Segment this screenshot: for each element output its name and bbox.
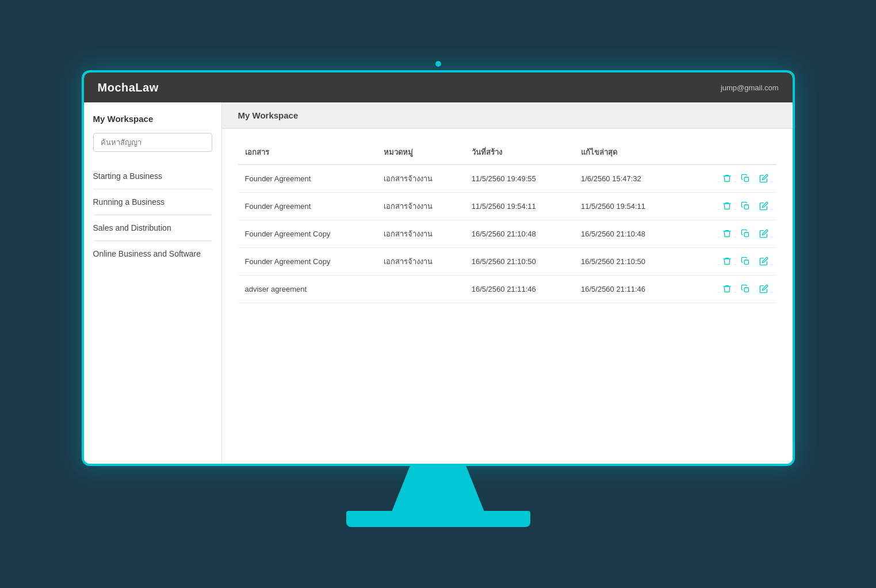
cell-actions-0 bbox=[683, 165, 776, 193]
edit-button-0[interactable] bbox=[758, 173, 770, 184]
sidebar: My Workspace Starting a Business Running… bbox=[84, 102, 222, 464]
table-row: Founder Agreement Copy เอกสารจ้างงาน 16/… bbox=[238, 220, 776, 248]
monitor-dot bbox=[435, 61, 441, 67]
sidebar-item-sales-and-distribution[interactable]: Sales and Distribution bbox=[93, 215, 212, 241]
cell-category-3: เอกสารจ้างงาน bbox=[377, 248, 464, 276]
col-modified: แก้ไขล่าสุด bbox=[574, 140, 683, 165]
table-row: Founder Agreement เอกสารจ้างงาน 11/5/256… bbox=[238, 193, 776, 220]
svg-rect-1 bbox=[744, 205, 748, 209]
cell-created-3: 16/5/2560 21:10:50 bbox=[465, 248, 574, 276]
app-header: MochaLaw jump@gmail.com bbox=[84, 72, 793, 102]
table-container: เอกสาร หมวดหมู่ วันที่สร้าง แก้ไขล่าสุด … bbox=[222, 129, 793, 315]
cell-actions-2 bbox=[683, 220, 776, 248]
cell-modified-0: 1/6/2560 15:47:32 bbox=[574, 165, 683, 193]
cell-modified-2: 16/5/2560 21:10:48 bbox=[574, 220, 683, 248]
svg-rect-4 bbox=[744, 288, 748, 292]
cell-created-0: 11/5/2560 19:49:55 bbox=[465, 165, 574, 193]
app-body: My Workspace Starting a Business Running… bbox=[84, 102, 793, 464]
edit-button-1[interactable] bbox=[758, 200, 770, 212]
main-content: My Workspace เอกสาร หมวดหมู่ วันที่สร้าง… bbox=[222, 102, 793, 464]
cell-category-1: เอกสารจ้างงาน bbox=[377, 193, 464, 220]
col-category: หมวดหมู่ bbox=[377, 140, 464, 165]
sidebar-title: My Workspace bbox=[93, 114, 212, 124]
table-row: Founder Agreement เอกสารจ้างงาน 11/5/256… bbox=[238, 165, 776, 193]
cell-actions-4 bbox=[683, 276, 776, 303]
cell-modified-1: 11/5/2560 19:54:11 bbox=[574, 193, 683, 220]
copy-button-1[interactable] bbox=[740, 200, 751, 212]
cell-created-4: 16/5/2560 21:11:46 bbox=[465, 276, 574, 303]
sidebar-item-running-a-business[interactable]: Running a Business bbox=[93, 189, 212, 215]
cell-modified-4: 16/5/2560 21:11:46 bbox=[574, 276, 683, 303]
sidebar-item-starting-a-business[interactable]: Starting a Business bbox=[93, 163, 212, 189]
delete-button-0[interactable] bbox=[721, 173, 733, 184]
app-user-email: jump@gmail.com bbox=[721, 83, 779, 92]
cell-category-0: เอกสารจ้างงาน bbox=[377, 165, 464, 193]
col-created: วันที่สร้าง bbox=[465, 140, 574, 165]
edit-button-3[interactable] bbox=[758, 255, 770, 267]
edit-button-4[interactable] bbox=[758, 283, 770, 295]
documents-table: เอกสาร หมวดหมู่ วันที่สร้าง แก้ไขล่าสุด … bbox=[238, 140, 776, 303]
delete-button-1[interactable] bbox=[721, 200, 733, 212]
col-document: เอกสาร bbox=[238, 140, 377, 165]
app-logo: MochaLaw bbox=[98, 81, 159, 94]
col-actions bbox=[683, 140, 776, 165]
cell-category-4 bbox=[377, 276, 464, 303]
monitor-screen: MochaLaw jump@gmail.com My Workspace Sta… bbox=[82, 70, 795, 466]
cell-modified-3: 16/5/2560 21:10:50 bbox=[574, 248, 683, 276]
search-input[interactable] bbox=[93, 133, 212, 152]
sidebar-item-online-business-and-software[interactable]: Online Business and Software bbox=[93, 241, 212, 266]
copy-button-3[interactable] bbox=[740, 255, 751, 267]
monitor-stand-base bbox=[346, 511, 530, 527]
svg-rect-0 bbox=[744, 177, 748, 181]
delete-button-2[interactable] bbox=[721, 228, 733, 239]
cell-category-2: เอกสารจ้างงาน bbox=[377, 220, 464, 248]
copy-button-0[interactable] bbox=[740, 173, 751, 184]
table-row: adviser agreement 16/5/2560 21:11:46 16/… bbox=[238, 276, 776, 303]
monitor-stand-neck bbox=[392, 465, 484, 511]
cell-document-4: adviser agreement bbox=[238, 276, 377, 303]
cell-document-3: Founder Agreement Copy bbox=[238, 248, 377, 276]
cell-actions-1 bbox=[683, 193, 776, 220]
edit-button-2[interactable] bbox=[758, 228, 770, 239]
cell-document-1: Founder Agreement bbox=[238, 193, 377, 220]
delete-button-4[interactable] bbox=[721, 283, 733, 295]
cell-created-1: 11/5/2560 19:54:11 bbox=[465, 193, 574, 220]
copy-button-4[interactable] bbox=[740, 283, 751, 295]
copy-button-2[interactable] bbox=[740, 228, 751, 239]
cell-document-2: Founder Agreement Copy bbox=[238, 220, 377, 248]
cell-created-2: 16/5/2560 21:10:48 bbox=[465, 220, 574, 248]
table-row: Founder Agreement Copy เอกสารจ้างงาน 16/… bbox=[238, 248, 776, 276]
workspace-page-title: My Workspace bbox=[222, 102, 793, 129]
delete-button-3[interactable] bbox=[721, 255, 733, 267]
cell-actions-3 bbox=[683, 248, 776, 276]
table-header-row: เอกสาร หมวดหมู่ วันที่สร้าง แก้ไขล่าสุด bbox=[238, 140, 776, 165]
svg-rect-2 bbox=[744, 232, 748, 236]
svg-rect-3 bbox=[744, 260, 748, 264]
app-container: MochaLaw jump@gmail.com My Workspace Sta… bbox=[84, 72, 793, 464]
monitor-wrapper: MochaLaw jump@gmail.com My Workspace Sta… bbox=[64, 61, 812, 527]
cell-document-0: Founder Agreement bbox=[238, 165, 377, 193]
